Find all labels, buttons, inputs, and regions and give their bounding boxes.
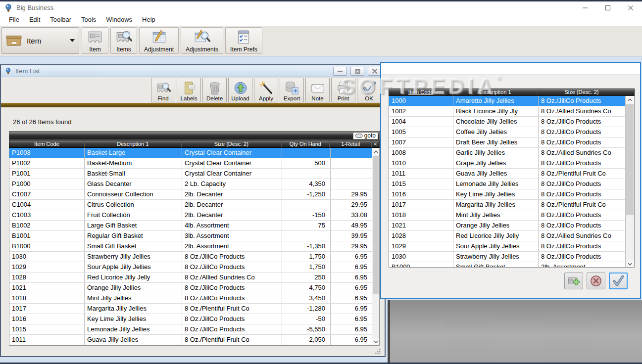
item-row[interactable]: C1003Fruit Collection2lb. Decanter-15033…: [9, 210, 379, 221]
menu-tools[interactable]: Tools: [76, 14, 101, 26]
item-list-titlebar[interactable]: Item List: [1, 65, 385, 77]
item-row[interactable]: P1000Glass Decanter2 Lb. Capacity4,350: [9, 179, 379, 189]
item-row[interactable]: P1003Basket-LargeCrystal Clear Container: [9, 148, 379, 158]
cell: 1018: [9, 293, 85, 303]
picker-row[interactable]: 1029Sour Apple Jilly Jellies8 Oz./JillCo…: [389, 241, 626, 252]
picker-row[interactable]: 1011Guava Jilly Jellies8 Oz./Plentiful F…: [389, 169, 626, 179]
cell: Strawberry Jilly Jellies: [453, 252, 539, 262]
picker-row[interactable]: 1016Key Lime Jilly Jellies8 Oz./JillCo P…: [389, 189, 626, 200]
item-list-close-button[interactable]: [368, 67, 382, 76]
add-item-button[interactable]: [564, 273, 583, 289]
item-row[interactable]: 1030Strawberry Jilly Jellies8 Oz./JillCo…: [9, 252, 379, 262]
minimize-button[interactable]: [574, 1, 596, 14]
scrollbar-thumb[interactable]: [626, 104, 634, 215]
cell: -150: [282, 210, 331, 220]
item-row[interactable]: 1029Sour Apple Jilly Jellies8 Oz./JillCo…: [9, 262, 379, 273]
item-row[interactable]: 1021Orange Jilly Jellies8 Oz./JillCo Pro…: [9, 283, 379, 293]
ok-button[interactable]: OK: [357, 78, 381, 102]
item-row[interactable]: 1015Lemonade Jilly Jellies8 Oz./JillCo P…: [9, 324, 379, 335]
item-row[interactable]: P1001Basket-SmallCrystal Clear Container: [9, 169, 379, 179]
picker-row[interactable]: 1030Strawberry Jilly Jellies8 Oz./JillCo…: [389, 252, 626, 262]
cell: [331, 179, 373, 189]
column-header[interactable]: Description 1: [453, 89, 538, 95]
ok-button[interactable]: [609, 273, 628, 289]
scroll-down-button[interactable]: [626, 260, 634, 268]
chevron-down-icon: [374, 340, 378, 343]
column-header[interactable]: 1-Retail: [330, 140, 372, 147]
item-row[interactable]: 1017Margarita Jilly Jellies8 Oz./Plentif…: [9, 304, 379, 314]
item-row[interactable]: B1001Regular Gift Basket3lb. Assortment3…: [9, 231, 379, 241]
button-label: OK: [365, 95, 373, 101]
menu-help[interactable]: Help: [137, 14, 160, 26]
maximize-button[interactable]: [596, 1, 619, 14]
note-button[interactable]: Note: [305, 78, 330, 102]
menu-file[interactable]: File: [4, 14, 24, 26]
item-row[interactable]: B1000Small Gift Basket2lb. Assortment-1,…: [9, 241, 379, 252]
scrollbar-thumb[interactable]: [373, 156, 379, 294]
item-row[interactable]: 1011Guava Jilly Jellies8 Oz./Plentiful F…: [9, 335, 379, 345]
column-header[interactable]: Size (Desc. 2): [182, 140, 281, 147]
upload-button[interactable]: Upload: [228, 78, 252, 102]
picker-row[interactable]: 1010Grape Jilly Jellies8 Oz./JillCo Prod…: [389, 158, 626, 169]
cell: Chocolate Jilly Jellies: [453, 117, 539, 127]
picker-scrollbar[interactable]: [625, 96, 634, 268]
scroll-down-button[interactable]: [372, 338, 379, 345]
cell: Lemonade Jilly Jellies: [85, 324, 182, 334]
toolbar-button-adjustments[interactable]: Adjustments: [181, 27, 223, 54]
toolbar-button-items[interactable]: Items: [110, 27, 137, 54]
cell: 8 Oz./JillCo Products: [182, 314, 282, 324]
item-row[interactable]: B1002Large Gift Basket4lb. Assortment754…: [9, 221, 379, 231]
goto-button[interactable]: goto: [353, 132, 378, 139]
cell: Basket-Large: [85, 148, 182, 158]
item-list-minimize-button[interactable]: [333, 67, 347, 76]
print-button[interactable]: Print: [331, 78, 355, 102]
item-row[interactable]: 1028Red Licorice Jilly Jelly8 Oz./Allied…: [9, 273, 379, 283]
picker-row[interactable]: 1007Draft Beer Jilly Jellies8 Oz./JillCo…: [389, 137, 626, 148]
find-button[interactable]: Find: [151, 78, 175, 102]
item-prefs-icon: [235, 29, 252, 46]
picker-row[interactable]: 1004Chocolate Jilly Jellies8 Oz./JillCo …: [389, 117, 626, 127]
picker-row[interactable]: 1015Lemonade Jilly Jellies8 Oz./JillCo P…: [389, 179, 626, 189]
delete-button[interactable]: Delete: [202, 78, 227, 102]
menu-windows[interactable]: Windows: [101, 14, 137, 26]
cell: 8 Oz./JillCo Products: [539, 210, 626, 220]
item-list-maximize-button[interactable]: [350, 67, 364, 76]
picker-row[interactable]: 1018Mint Jilly Jellies8 Oz./JillCo Produ…: [389, 210, 626, 221]
toolbar-button-item[interactable]: Item: [82, 27, 108, 54]
scroll-up-button[interactable]: [626, 96, 634, 103]
menu-toolbar[interactable]: Toolbar: [45, 14, 76, 26]
picker-row[interactable]: 1005Coffee Jilly Jellies8 Oz./JillCo Pro…: [389, 127, 626, 137]
resize-grip[interactable]: [375, 349, 381, 354]
picker-row[interactable]: 1021Orange Jilly Jellies8 Oz./JillCo Pro…: [389, 221, 626, 231]
picker-row[interactable]: 1017Margarita Jilly Jellies8 Oz./Plentif…: [389, 200, 626, 210]
picker-row[interactable]: B1000Small Gift Basket2lb. Assortment: [389, 262, 626, 268]
item-row[interactable]: C1007Connoisseur Collection2lb. Decanter…: [9, 189, 379, 200]
picker-row[interactable]: 1028Red Licorice Jilly Jelly8 Oz./Allied…: [389, 231, 626, 241]
column-header[interactable]: Item Code: [9, 140, 85, 147]
toolbar-button-adjustment[interactable]: Adjustment: [139, 27, 179, 54]
item-row[interactable]: P1002Basket-MediumCrystal Clear Containe…: [9, 158, 379, 169]
item-row[interactable]: C1004Citrus Collection2lb. Decanter29.95: [9, 200, 379, 210]
module-selector-dropdown[interactable]: Item: [1, 27, 79, 54]
column-header[interactable]: <: [372, 140, 379, 147]
apply-button[interactable]: Apply: [254, 78, 278, 102]
column-header[interactable]: Description 1: [85, 140, 182, 147]
column-header[interactable]: Item Code: [389, 89, 453, 95]
item-row[interactable]: 1016Key Lime Jilly Jellies8 Oz./JillCo P…: [9, 314, 379, 324]
labels-button[interactable]: Labels: [177, 78, 201, 102]
item-table-scrollbar[interactable]: [372, 148, 379, 345]
menu-edit[interactable]: Edit: [24, 14, 45, 26]
column-header[interactable]: Qty On Hand: [282, 140, 330, 147]
close-button[interactable]: [619, 1, 642, 14]
column-header[interactable]: Size (Desc. 2): [538, 89, 625, 95]
item-row[interactable]: 1018Mint Jilly Jellies8 Oz./JillCo Produ…: [9, 293, 379, 304]
toolbar-button-item-prefs[interactable]: Item Prefs: [225, 27, 262, 54]
accent-divider-bar: [1, 103, 385, 107]
picker-row[interactable]: 1000Amaretto Jilly Jellies8 Oz./JillCo P…: [389, 96, 626, 106]
cancel-button[interactable]: [587, 273, 605, 289]
scroll-up-button[interactable]: [372, 148, 379, 155]
picker-row[interactable]: 1008Garlic Jilly Jellies8 Oz./Allied Sun…: [389, 148, 626, 158]
cell: 1017: [389, 200, 453, 210]
export-button[interactable]: Export: [280, 78, 304, 102]
picker-row[interactable]: 1002Black Licorice Jilly Jly8 Oz./Allied…: [389, 106, 626, 117]
